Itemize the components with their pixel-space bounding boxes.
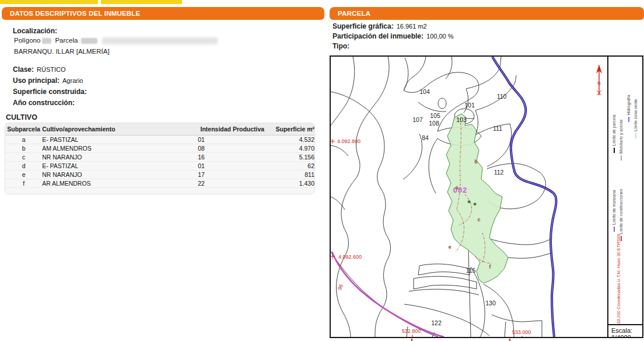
legend-swatch-icon [635, 133, 636, 138]
legend-item-label: Mobiliario y aceras [619, 120, 623, 154]
pnum-label: 112 [494, 169, 504, 176]
column-header: Intensidad Productiva [198, 123, 267, 135]
top-yellow-bar [0, 0, 182, 4]
parcela-panel-header: PARCELA [330, 7, 644, 20]
pnum-label: 84 [422, 135, 429, 141]
cell: AM ALMENDROS [42, 144, 198, 153]
legend-item: Hidrografía [626, 95, 631, 122]
legend-item: Mobiliario y aceras [619, 120, 623, 161]
superficie-grafica-label: Superficie gráfica: [332, 22, 394, 30]
cell: b [5, 144, 42, 153]
column-header: Subparcela [5, 123, 42, 135]
cell: 5.156 [267, 153, 314, 162]
cell: 01 [198, 162, 267, 170]
sub-label: b [474, 159, 477, 165]
coord-label: 96 [337, 284, 344, 291]
cell: f [5, 179, 42, 188]
cadastral-map[interactable]: N 002 1041071051088410310111011111211513… [330, 55, 643, 338]
cell: c [5, 153, 42, 162]
map-legend: Límite de parcelaMobiliario y acerasHidr… [607, 57, 642, 337]
legend-item-label: Hidrografía [626, 95, 631, 115]
cultivo-title: CULTIVO [6, 113, 37, 121]
clase-value: RÚSTICO [37, 66, 66, 73]
localizacion-label: Localización: [13, 27, 57, 35]
participacion-label: Participación del inmueble: [332, 32, 424, 40]
legend-item-label: Límite zona verde [634, 99, 638, 131]
cell: 62 [267, 162, 314, 170]
pnum-label: 103 [456, 117, 467, 123]
superficie-grafica-value: 16.961 m2 [397, 23, 427, 30]
legend-swatch-icon [614, 148, 615, 153]
redacted-poligono-value [42, 38, 51, 44]
cell: 08 [198, 144, 267, 153]
cell: 4.970 [267, 144, 314, 153]
coord-label: 4.092.600 [338, 255, 362, 260]
coord-label: 533.000 [512, 330, 531, 335]
superficie-grafica-line: Superficie gráfica:16.961 m2 [332, 22, 427, 30]
page: DATOS DESCRIPTIVOS DEL INMUEBLE Localiza… [0, 0, 644, 341]
superficie-construida-label: Superficie construida: [13, 88, 87, 96]
participacion-value: 100,00 % [426, 33, 453, 40]
cell: 01 [198, 135, 267, 144]
uso-line: Uso principal:Agrario [13, 76, 83, 85]
pnum-label: 104 [419, 89, 430, 95]
poligono-parcela-line: PolígonoParcela [14, 37, 218, 44]
legend-item: Límite zona verde [634, 99, 638, 138]
pnum-label: 101 [464, 102, 475, 109]
legend-item-label: Límite de parcela [612, 114, 616, 146]
cell: E- PASTIZAL [42, 135, 198, 144]
cultivo-table: SubparcelaCultivo/aprovechamientoIntensi… [5, 123, 315, 194]
redacted-parcela-value [81, 38, 97, 44]
participacion-line: Participación del inmueble:100,00 % [332, 32, 454, 40]
cultivo-table-header-row: SubparcelaCultivo/aprovechamientoIntensi… [5, 123, 314, 135]
cell: NR NARANJO [42, 153, 198, 162]
cell: 811 [267, 170, 314, 179]
cell: 16 [198, 153, 267, 162]
cultivo-row: fAR ALMENDROS221.430 [5, 179, 314, 188]
legend-item: Límite de manzana [612, 190, 616, 232]
grid-tick [411, 339, 412, 341]
cultivo-row: aE- PASTIZAL014.532 [5, 135, 314, 144]
cell: NR NARANJO [42, 170, 198, 179]
sub-label: e [449, 245, 452, 250]
map-labels-layer: 002 104107105108841031011101111121151301… [331, 57, 607, 337]
cell: 1.430 [267, 179, 314, 188]
left-panel-title: DATOS DESCRIPTIVOS DEL INMUEBLE [10, 10, 140, 17]
pnum-label: 107 [412, 117, 423, 123]
sub-label: c [478, 217, 481, 222]
cell: 17 [198, 170, 267, 179]
sub-label: f [489, 265, 491, 270]
legend-swatch-icon [628, 117, 629, 122]
cell: E- PASTIZAL [42, 162, 198, 170]
cell: 4.532 [267, 135, 314, 144]
parcela-panel-title: PARCELA [338, 10, 370, 17]
legend-item-label: Límite de manzana [612, 190, 616, 225]
cultivo-row: dE- PASTIZAL0162 [5, 162, 314, 170]
cell: AR ALMENDROS [42, 179, 198, 188]
coord-label: 4.092.800 [337, 139, 360, 144]
cell: a [5, 135, 42, 144]
poligono-label: Polígono [14, 37, 40, 44]
column-header: Cultivo/aprovechamiento [42, 123, 198, 135]
sub-label: a [456, 185, 459, 190]
pnum-label: 130 [485, 300, 496, 307]
top-bar-divider [98, 0, 101, 4]
pnum-label: 111 [493, 126, 502, 132]
municipio-line: BARRANQU. ILLAR [ALMERÍA] [14, 48, 110, 55]
ano-construccion-label: Año construcción: [13, 99, 75, 107]
pnum-label: 105 [430, 113, 440, 119]
scale-value: 1/4000 [611, 334, 642, 338]
coord-label: 532.800 [402, 329, 421, 334]
ano-construccion-line: Año construcción: [13, 99, 75, 107]
cell: e [5, 170, 42, 179]
tipo-label: Tipo: [332, 42, 349, 50]
tipo-line: Tipo: [332, 42, 349, 50]
cell: d [5, 162, 42, 170]
pnum-label: 110 [497, 93, 507, 100]
column-header: Superficie m² [267, 123, 314, 135]
sub-label: ♣ [473, 201, 477, 207]
clase-label: Clase: [13, 65, 34, 74]
grid-tick [509, 339, 510, 341]
scale-box: Escala: 1/4000 [608, 324, 642, 337]
pnum-label: 122 [431, 320, 442, 326]
